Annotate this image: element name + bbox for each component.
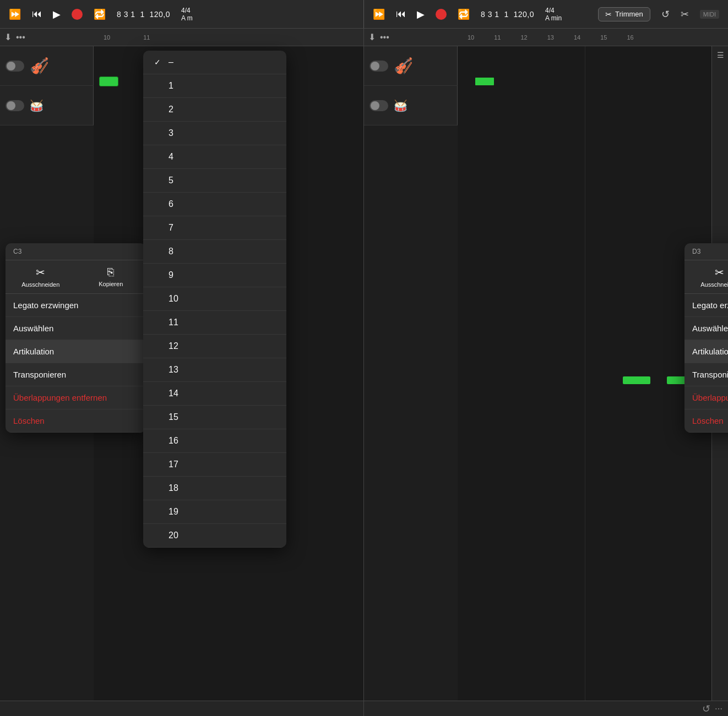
bottom-bar-left (0, 701, 363, 716)
num-item-4[interactable]: 4 (143, 145, 286, 169)
play-btn-r[interactable]: ▶ (417, 8, 425, 20)
midi-block-green-1[interactable] (623, 376, 650, 384)
top-bar-right: ⏩ ⏮ ▶ 🔁 8 3 1 1 120,0 4/4A min ✂ Trimmen… (364, 0, 728, 28)
articulation-item-right[interactable]: Artikulation (684, 340, 728, 363)
ruler-marker-13: 13 (547, 34, 554, 41)
panel-left: ⬇ ••• 10 11 🎻 🥁 C3 (0, 29, 364, 716)
position-left: 8 3 1 1 120,0 (117, 10, 170, 19)
num-item-1[interactable]: 1 (143, 74, 286, 98)
copy-action-left[interactable]: ⎘ Kopieren (76, 260, 146, 293)
record-btn-r[interactable] (436, 9, 447, 20)
fast-forward-btn[interactable]: ⏩ (9, 8, 21, 20)
ruler-marker-11-left: 11 (143, 34, 150, 41)
track1-toggle-right[interactable] (370, 61, 388, 72)
legato-item-right[interactable]: Legato erzwingen (684, 294, 728, 317)
num-item-16[interactable]: 16 (143, 429, 286, 453)
transpose-item-right[interactable]: Transponieren (684, 363, 728, 386)
record-btn[interactable] (72, 9, 83, 20)
context-actions-left: ✂ Ausschneiden ⎘ Kopieren (6, 260, 146, 294)
ruler-marker-11: 11 (494, 34, 501, 41)
cut-icon-right: ✂ (715, 266, 724, 279)
num-item-7[interactable]: 7 (143, 216, 286, 240)
track2-toggle-left[interactable] (6, 100, 24, 111)
midi-block-1-left[interactable] (99, 76, 118, 86)
fast-forward-btn-r[interactable]: ⏩ (373, 8, 385, 20)
ruler-right: ⬇ ••• 10 11 12 13 14 15 16 (364, 29, 728, 46)
select-item-left[interactable]: Auswählen (6, 317, 146, 340)
num-item-9[interactable]: 9 (143, 264, 286, 287)
remove-overlap-item-left[interactable]: Überlappungen entfernen (6, 386, 146, 409)
remove-overlap-item-right[interactable]: Überlappungen entfernen (684, 386, 728, 409)
cycle-icon-btn[interactable]: ↺ (661, 8, 670, 20)
bottom-icon-2[interactable]: ⋯ (715, 704, 722, 713)
play-btn[interactable]: ▶ (53, 8, 61, 20)
main-content: ⬇ ••• 10 11 🎻 🥁 C3 (0, 29, 728, 716)
num-item-8[interactable]: 8 (143, 240, 286, 264)
download-icon-right[interactable]: ⬇ (368, 32, 376, 42)
delete-item-right[interactable]: Löschen (684, 409, 728, 433)
rewind-btn[interactable]: ⏮ (32, 8, 42, 20)
num-item-14[interactable]: 14 (143, 382, 286, 406)
ruler-left: ⬇ ••• 10 11 (0, 29, 363, 46)
scissors-icon-btn[interactable]: ✂ (681, 8, 689, 20)
rewind-btn-r[interactable]: ⏮ (396, 8, 406, 20)
track1-header-left: 🎻 (0, 46, 94, 86)
trim-icon: ✂ (605, 10, 612, 19)
num-item-12[interactable]: 12 (143, 335, 286, 358)
num-item-10[interactable]: 10 (143, 287, 286, 311)
context-menu-right: D3 ✂ Ausschneiden ⎘ Kopieren Legato erzw… (684, 243, 728, 433)
num-item-20[interactable]: 20 (143, 524, 286, 548)
num-item-13[interactable]: 13 (143, 358, 286, 382)
cycle-btn-r[interactable]: 🔁 (458, 8, 470, 20)
midi-block-1-right[interactable] (474, 76, 495, 86)
bottom-bar-right: ↺ ⋯ (364, 701, 728, 716)
context-note-right: D3 (684, 243, 728, 260)
ruler-marker-16: 16 (627, 34, 634, 41)
bottom-icon-1[interactable]: ↺ (702, 703, 710, 715)
midi-label: MIDI (700, 10, 719, 19)
drum-icon-left: 🥁 (30, 99, 44, 112)
num-item-6[interactable]: 6 (143, 193, 286, 216)
time-sig-right: 4/4A min (545, 7, 562, 22)
select-item-right[interactable]: Auswählen (684, 317, 728, 340)
more-icon[interactable]: ••• (16, 32, 25, 42)
trim-button[interactable]: ✂ Trimmen (598, 7, 650, 21)
num-item-15[interactable]: 15 (143, 406, 286, 429)
num-item-19[interactable]: 19 (143, 500, 286, 524)
num-item-3[interactable]: 3 (143, 122, 286, 145)
num-item-18[interactable]: 18 (143, 477, 286, 500)
track1-toggle-left[interactable] (6, 61, 24, 72)
more-icon-right[interactable]: ••• (380, 32, 389, 42)
midi-sidebar-icon[interactable]: ☰ (716, 51, 725, 59)
download-icon[interactable]: ⬇ (4, 32, 12, 42)
num-item-2[interactable]: 2 (143, 98, 286, 122)
cut-action-left[interactable]: ✂ Ausschneiden (6, 260, 76, 293)
articulation-item-left[interactable]: Artikulation (6, 340, 146, 363)
top-bar: ⏩ ⏮ ▶ 🔁 8 3 1 1 120,0 4/4A m ⏩ ⏮ ▶ 🔁 8 3… (0, 0, 728, 29)
violin-icon-left: 🎻 (30, 57, 49, 75)
copy-icon-left: ⎘ (107, 266, 114, 278)
num-item-17[interactable]: 17 (143, 453, 286, 477)
delete-item-left[interactable]: Löschen (6, 409, 146, 433)
cycle-btn[interactable]: 🔁 (94, 8, 106, 20)
violin-icon-right: 🎻 (394, 57, 413, 75)
cut-action-right[interactable]: ✂ Ausschneiden (684, 260, 728, 293)
legato-item-left[interactable]: Legato erzwingen (6, 294, 146, 317)
time-sig-left: 4/4A m (181, 7, 193, 22)
number-dropdown: ✓ – 1 2 3 4 5 6 7 8 9 10 11 12 13 14 15 … (143, 51, 286, 548)
track2-header-right: 🥁 (364, 86, 458, 125)
num-item-11[interactable]: 11 (143, 311, 286, 335)
track2-toggle-right[interactable] (370, 100, 388, 111)
ruler-marker-10-left: 10 (104, 34, 110, 41)
ruler-marker-14: 14 (574, 34, 580, 41)
drum-icon-right: 🥁 (394, 99, 408, 112)
ruler-marker-15: 15 (600, 34, 607, 41)
track2-header-left: 🥁 (0, 86, 94, 125)
transpose-item-left[interactable]: Transponieren (6, 363, 146, 386)
ruler-marker-12: 12 (521, 34, 528, 41)
num-item-dash[interactable]: ✓ – (143, 51, 286, 74)
position-right: 8 3 1 1 120,0 (481, 10, 534, 19)
num-item-5[interactable]: 5 (143, 169, 286, 193)
checkmark-dash: ✓ (154, 58, 163, 67)
midi-area-right (458, 46, 711, 701)
